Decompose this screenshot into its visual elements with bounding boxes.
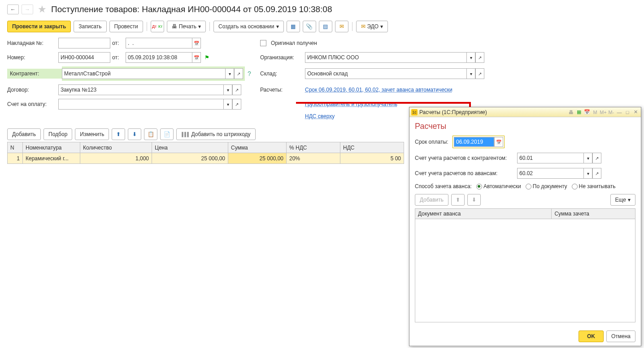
move-up-button[interactable]: ⬆: [112, 128, 125, 140]
settlements-dialog: 1c Расчеты (1С:Предприятие) 🖶 ▦ 📅 M M+ M…: [409, 107, 641, 164]
post-and-close-button[interactable]: Провести и закрыть: [7, 21, 71, 32]
invoice-pay-input[interactable]: [58, 99, 223, 110]
invoice-pay-label: Счет на оплату:: [7, 101, 57, 107]
invoice-no-input[interactable]: [58, 38, 110, 48]
add-by-barcode-button[interactable]: ∥∥∥ Добавить по штрихкоду: [176, 128, 255, 140]
dropdown-icon: ▾: [198, 23, 201, 30]
col-n[interactable]: N: [8, 142, 23, 153]
nav-back-button[interactable]: ←: [7, 4, 19, 14]
print-icon[interactable]: 🖶: [567, 109, 574, 116]
close-icon[interactable]: ✕: [632, 109, 639, 116]
add-row-button[interactable]: Добавить: [7, 128, 41, 140]
open-icon[interactable]: ↗: [234, 68, 243, 79]
open-icon[interactable]: ↗: [592, 153, 601, 163]
from-label: от:: [112, 40, 124, 46]
post-button[interactable]: Провести: [109, 21, 143, 32]
settlements-label: Расчеты:: [260, 87, 303, 93]
maximize-icon[interactable]: □: [624, 109, 631, 116]
contract-label: Договор:: [7, 87, 57, 93]
dropdown-icon[interactable]: ▾: [223, 84, 232, 95]
calendar-icon[interactable]: 📅: [583, 109, 591, 116]
dialog-titlebar-text: Расчеты (1С:Предприятие): [419, 109, 566, 115]
shipper-link[interactable]: Грузоотправитель и грузополучатель: [305, 101, 397, 107]
col-price[interactable]: Цена: [152, 142, 228, 153]
col-qty[interactable]: Количество: [80, 142, 152, 153]
page-title: Поступление товаров: Накладная ИН00-0000…: [51, 4, 332, 14]
print-button[interactable]: 🖶 Печать ▾: [167, 21, 206, 32]
contract-input[interactable]: [58, 84, 223, 95]
grid-icon[interactable]: ▦: [575, 109, 583, 116]
m-plus-button[interactable]: M+: [600, 109, 607, 116]
open-icon[interactable]: ↗: [475, 68, 484, 79]
post-flag-icon: ⚑: [205, 54, 209, 61]
original-received-label: Оригинал получен: [271, 40, 317, 46]
separator: [352, 22, 352, 31]
invoice-date-input[interactable]: [126, 38, 192, 48]
open-icon[interactable]: ↗: [232, 99, 241, 110]
edo-icon: ✉: [361, 23, 366, 30]
calendar-icon[interactable]: 📅: [494, 137, 503, 147]
open-icon[interactable]: ↗: [475, 52, 484, 63]
dropdown-icon[interactable]: ▾: [466, 68, 475, 79]
paste-button[interactable]: 📄: [160, 128, 174, 140]
dropdown-icon: ▾: [380, 23, 383, 30]
table-row[interactable]: 1 Керамический г... 1,000 25 000,00 25 0…: [8, 153, 404, 164]
printer-icon: 🖶: [172, 23, 177, 30]
warehouse-label: Склад:: [260, 70, 303, 77]
from-label-2: от:: [112, 54, 124, 61]
col-vat[interactable]: НДС: [340, 142, 404, 153]
dropdown-icon[interactable]: ▾: [225, 68, 234, 79]
m-minus-button[interactable]: M-: [608, 109, 615, 116]
items-table: N Номенклатура Количество Цена Сумма % Н…: [7, 142, 404, 164]
envelope-button[interactable]: ✉: [335, 21, 348, 32]
dropdown-icon[interactable]: ▾: [223, 99, 232, 110]
structure-button[interactable]: ▦: [287, 21, 300, 32]
dropdown-icon[interactable]: ▾: [466, 52, 475, 63]
copy-button[interactable]: 📋: [144, 128, 157, 140]
col-sum[interactable]: Сумма: [228, 142, 287, 153]
open-icon[interactable]: ↗: [232, 84, 241, 95]
org-input[interactable]: [305, 52, 466, 63]
edit-button[interactable]: Изменить: [75, 128, 109, 140]
col-vat-pct[interactable]: % НДС: [287, 142, 340, 153]
dropdown-icon: ▾: [276, 23, 279, 30]
dt-kt-button[interactable]: ДтКт: [151, 21, 164, 32]
warehouse-input[interactable]: [305, 68, 466, 79]
original-received-checkbox[interactable]: [260, 40, 266, 46]
dialog-title: Расчеты: [415, 122, 635, 131]
app-icon: 1c: [411, 109, 418, 115]
m-button[interactable]: M: [592, 109, 599, 116]
edo-button[interactable]: ✉ ЭДО ▾: [356, 21, 388, 32]
vat-link[interactable]: НДС сверху: [305, 113, 335, 119]
invoice-no-label: Накладная №:: [7, 40, 57, 46]
account-counterparty-input[interactable]: [517, 153, 583, 163]
help-icon[interactable]: ?: [248, 70, 251, 77]
payment-due-input[interactable]: [454, 137, 494, 147]
dropdown-icon[interactable]: ▾: [583, 153, 592, 163]
barcode-icon: ∥∥∥: [181, 131, 189, 137]
number-label: Номер:: [7, 54, 57, 61]
account-counterparty-label: Счет учета расчетов с контрагентом:: [415, 155, 514, 161]
org-label: Организация:: [260, 54, 303, 61]
nav-forward-button[interactable]: →: [22, 4, 33, 14]
attach-button[interactable]: 📎: [303, 21, 316, 32]
create-based-on-button[interactable]: Создать на основании ▾: [213, 21, 284, 32]
save-button[interactable]: Записать: [74, 21, 106, 32]
pick-button[interactable]: Подбор: [44, 128, 72, 140]
settlements-link[interactable]: Срок 06.09.2019, 60.01, 60.02, зачет ава…: [305, 87, 453, 93]
col-item[interactable]: Номенклатура: [23, 142, 80, 153]
separator: [147, 22, 147, 31]
favorite-star-icon[interactable]: ★: [38, 4, 47, 15]
counterparty-input[interactable]: [62, 68, 225, 79]
move-down-button[interactable]: ⬇: [128, 128, 141, 140]
payment-due-label: Срок оплаты:: [415, 139, 450, 145]
number-input[interactable]: [58, 52, 110, 63]
calendar-icon[interactable]: 📅: [192, 52, 201, 63]
report-button[interactable]: ▤: [319, 21, 332, 32]
minimize-icon[interactable]: —: [616, 109, 623, 116]
counterparty-label: Контрагент:: [7, 69, 62, 79]
separator: [209, 22, 210, 31]
calendar-icon[interactable]: 📅: [192, 38, 201, 48]
date-input[interactable]: [126, 52, 192, 63]
